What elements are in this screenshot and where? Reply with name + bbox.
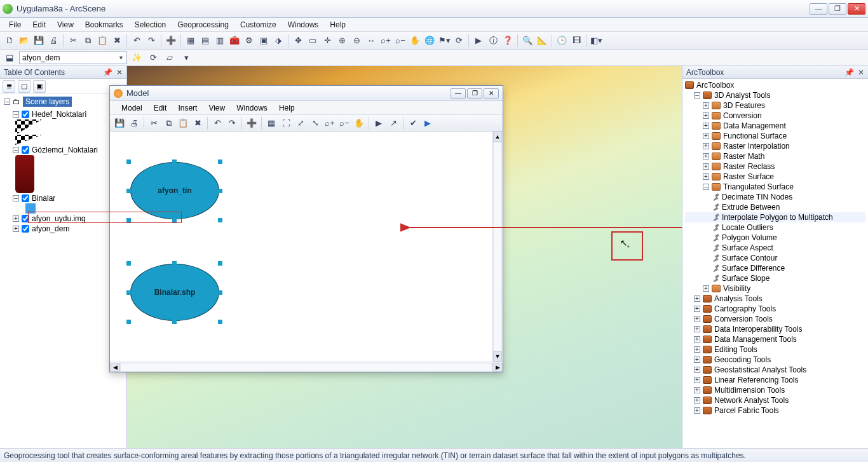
- tree-toolset[interactable]: +Conversion: [685, 111, 865, 121]
- copy-icon[interactable]: ⧉: [81, 34, 95, 48]
- menu-geoprocessing[interactable]: Geoprocessing: [172, 19, 234, 31]
- menu-help[interactable]: Help: [325, 19, 351, 31]
- expander-icon[interactable]: –: [703, 184, 709, 190]
- paste-icon[interactable]: 📋: [95, 34, 109, 48]
- menu-edit[interactable]: Edit: [27, 19, 51, 31]
- model-titlebar[interactable]: Model — ❐ ✕: [110, 86, 503, 101]
- tree-toolbox[interactable]: +Data Interoperability Tools: [685, 324, 865, 334]
- fly-icon[interactable]: ▭: [306, 34, 320, 48]
- layer-combo[interactable]: afyon_dem ▼: [19, 51, 127, 64]
- tree-tool[interactable]: Decimate TIN Nodes: [685, 192, 865, 202]
- zoom-out-icon[interactable]: ⤡: [308, 116, 322, 130]
- model-maximize-button[interactable]: ❐: [467, 88, 482, 99]
- tree-toolset[interactable]: +Data Management: [685, 121, 865, 131]
- save-icon[interactable]: 💾: [32, 34, 46, 48]
- add-data-icon[interactable]: ➕: [164, 34, 178, 48]
- navigate-icon[interactable]: ✥: [291, 34, 305, 48]
- expander-icon[interactable]: –: [13, 195, 19, 201]
- list-by-selection-icon[interactable]: ▣: [33, 80, 46, 93]
- expander-icon[interactable]: +: [703, 143, 709, 149]
- expander-icon[interactable]: +: [703, 285, 709, 292]
- expander-icon[interactable]: +: [694, 387, 700, 393]
- animation-icon[interactable]: 🎞: [569, 34, 583, 48]
- list-by-drawing-icon[interactable]: ≣: [3, 80, 15, 93]
- identify-icon[interactable]: ⓘ: [486, 34, 500, 48]
- layer-checkbox[interactable]: [22, 111, 29, 118]
- help-icon[interactable]: ❓: [501, 34, 515, 48]
- tree-toolbox[interactable]: –3D Analyst Tools: [685, 90, 865, 100]
- zoomout-icon[interactable]: ⊖: [349, 34, 363, 48]
- list-by-source-icon[interactable]: ▢: [18, 80, 31, 93]
- delete-icon[interactable]: ✖: [191, 116, 205, 130]
- model-menu-edit[interactable]: Edit: [149, 102, 172, 114]
- measure-icon[interactable]: 📐: [535, 34, 549, 48]
- full-extent-icon[interactable]: ⛶: [279, 116, 293, 130]
- close-icon[interactable]: ✕: [858, 68, 864, 77]
- tree-toolset[interactable]: +Raster Math: [685, 151, 865, 161]
- tree-toolset[interactable]: +Raster Reclass: [685, 161, 865, 172]
- tree-toolbox[interactable]: +Analysis Tools: [685, 294, 865, 304]
- pin-icon[interactable]: 📌: [844, 68, 854, 77]
- hand-icon[interactable]: ✋: [408, 34, 422, 48]
- tree-toolbox[interactable]: +Geocoding Tools: [685, 355, 865, 365]
- redo-icon[interactable]: ↷: [225, 116, 239, 130]
- layer-checkbox[interactable]: [22, 194, 29, 202]
- toolbox-icon[interactable]: 🧰: [227, 34, 241, 48]
- save-icon[interactable]: 💾: [112, 116, 126, 130]
- model-menu-view[interactable]: View: [203, 102, 230, 114]
- layer-row[interactable]: + afyon_dem: [4, 224, 123, 234]
- find-icon[interactable]: 🔍: [520, 34, 534, 48]
- tree-tool-highlighted[interactable]: Interpolate Polygon to Multipatch: [685, 212, 865, 222]
- zoom2-icon[interactable]: ⌕−: [393, 34, 407, 48]
- expander-icon[interactable]: –: [694, 92, 700, 99]
- tree-root[interactable]: ArcToolbox: [685, 80, 865, 90]
- model-minimize-button[interactable]: —: [451, 88, 466, 99]
- toc-root-label[interactable]: Scene layers: [23, 97, 72, 107]
- arctoolbox-tree[interactable]: ArcToolbox –3D Analyst Tools +3D Feature…: [682, 79, 868, 448]
- tree-toolset[interactable]: +3D Features: [685, 100, 865, 111]
- tree-toolset[interactable]: +Raster Surface: [685, 172, 865, 182]
- redo-icon[interactable]: ↷: [144, 34, 158, 48]
- cube-icon[interactable]: ◧▾: [589, 34, 603, 48]
- auto-layout-icon[interactable]: ▦: [264, 116, 278, 130]
- model-menu-windows[interactable]: Windows: [231, 102, 273, 114]
- layer-source-icon[interactable]: ⬓: [3, 51, 17, 65]
- model-menu-help[interactable]: Help: [274, 102, 300, 114]
- tree-toolset[interactable]: +Visibility: [685, 283, 865, 294]
- expander-icon[interactable]: +: [703, 102, 709, 109]
- tree-toolset[interactable]: –Triangulated Surface: [685, 182, 865, 192]
- toc-tree[interactable]: – 🗀 Scene layers – Hedef_Noktalari – Göz…: [0, 94, 126, 448]
- run-icon[interactable]: ▶: [421, 116, 435, 130]
- undo-icon[interactable]: ↶: [210, 116, 224, 130]
- menu-windows[interactable]: Windows: [283, 19, 324, 31]
- layer-checkbox[interactable]: [22, 225, 29, 233]
- scroll-right-icon[interactable]: ▶: [492, 363, 503, 372]
- model-menu-model[interactable]: Model: [116, 102, 147, 114]
- zoom-next-icon[interactable]: ⌕−: [337, 116, 351, 130]
- tinmode-icon[interactable]: ▾: [179, 51, 193, 65]
- menu-bookmarks[interactable]: Bookmarks: [80, 19, 128, 31]
- delete-icon[interactable]: ✖: [110, 34, 124, 48]
- tree-tool[interactable]: Surface Contour: [685, 253, 865, 263]
- tree-tool[interactable]: Locate Outliers: [685, 222, 865, 233]
- model-vscroll[interactable]: ▲ ▼: [492, 132, 503, 362]
- pan-icon[interactable]: ↔: [364, 34, 378, 48]
- menu-selection[interactable]: Selection: [130, 19, 171, 31]
- expander-icon[interactable]: +: [13, 226, 19, 232]
- expander-icon[interactable]: +: [694, 397, 700, 404]
- refresh-icon[interactable]: ⟳: [452, 34, 466, 48]
- paste-icon[interactable]: 📋: [176, 116, 190, 130]
- tree-toolbox[interactable]: +Data Management Tools: [685, 334, 865, 344]
- tinview-icon[interactable]: ▱: [163, 51, 177, 65]
- copy-icon[interactable]: ⧉: [161, 116, 175, 130]
- tree-toolbox[interactable]: +Geostatistical Analyst Tools: [685, 365, 865, 375]
- scroll-track[interactable]: [120, 363, 492, 372]
- expander-icon[interactable]: +: [703, 163, 709, 170]
- window-close-button[interactable]: ✕: [848, 3, 865, 15]
- scroll-left-icon[interactable]: ◀: [110, 363, 120, 372]
- layer-checkbox[interactable]: [22, 146, 29, 154]
- cut-icon[interactable]: ✂: [147, 116, 161, 130]
- expander-icon[interactable]: –: [13, 147, 19, 153]
- model-menu-insert[interactable]: Insert: [173, 102, 202, 114]
- centerzoom-icon[interactable]: ✛: [320, 34, 334, 48]
